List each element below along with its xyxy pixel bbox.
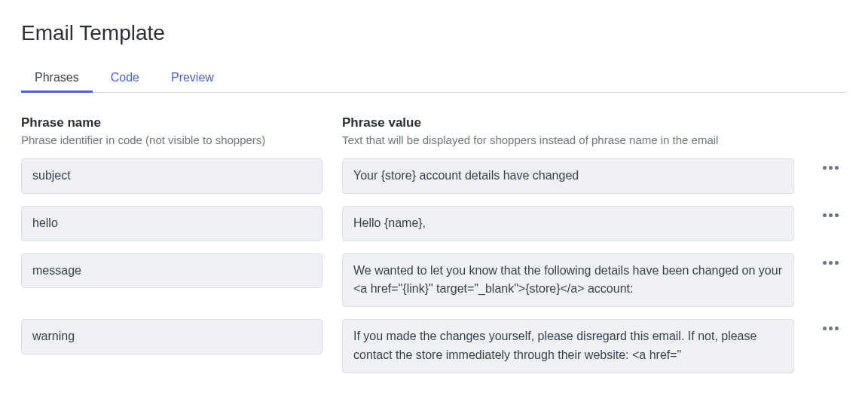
row-actions-button[interactable] (814, 319, 847, 330)
column-sub-name: Phrase identifier in code (not visible t… (21, 133, 322, 146)
phrases-panel: Phrase name Phrase identifier in code (n… (21, 93, 847, 373)
more-icon (823, 261, 839, 265)
column-sub-value: Text that will be displayed for shoppers… (342, 133, 794, 146)
tab-code[interactable]: Code (111, 66, 139, 92)
phrase-row: warning If you made the changes yourself… (21, 319, 847, 373)
tab-preview[interactable]: Preview (171, 66, 214, 92)
phrase-row: message We wanted to let you know that t… (21, 253, 847, 308)
phrase-name-input[interactable]: hello (21, 206, 322, 241)
more-icon (823, 327, 839, 330)
phrase-name-input[interactable]: subject (21, 158, 322, 194)
column-header-value: Phrase value (342, 115, 794, 130)
phrase-row: hello Hello {name}, (21, 206, 847, 241)
phrase-row: subject Your {store} account details hav… (21, 158, 847, 194)
phrase-value-input[interactable]: If you made the changes yourself, please… (342, 319, 794, 373)
page-title: Email Template (21, 21, 847, 45)
more-icon (823, 166, 839, 170)
phrase-value-input[interactable]: We wanted to let you know that the follo… (342, 253, 794, 308)
phrase-value-input[interactable]: Your {store} account details have change… (342, 158, 794, 194)
tab-bar: Phrases Code Preview (21, 66, 847, 93)
phrase-name-input[interactable]: message (21, 253, 322, 289)
column-header-name: Phrase name (21, 115, 322, 130)
row-actions-button[interactable] (814, 253, 847, 265)
row-actions-button[interactable] (814, 158, 847, 170)
phrase-name-input[interactable]: warning (21, 319, 322, 354)
phrase-value-input[interactable]: Hello {name}, (342, 206, 794, 241)
more-icon (823, 213, 839, 217)
tab-phrases[interactable]: Phrases (35, 66, 79, 92)
row-actions-button[interactable] (814, 206, 847, 217)
